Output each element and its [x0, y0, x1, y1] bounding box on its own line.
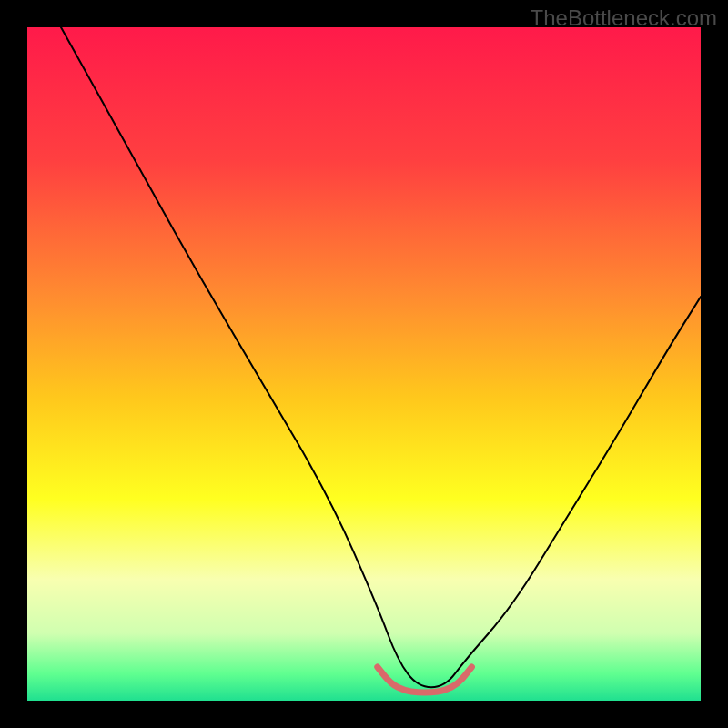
chart-background [27, 27, 701, 701]
chart-container [27, 27, 701, 701]
watermark-text: TheBottleneck.com [531, 5, 717, 31]
chart-svg [27, 27, 701, 701]
